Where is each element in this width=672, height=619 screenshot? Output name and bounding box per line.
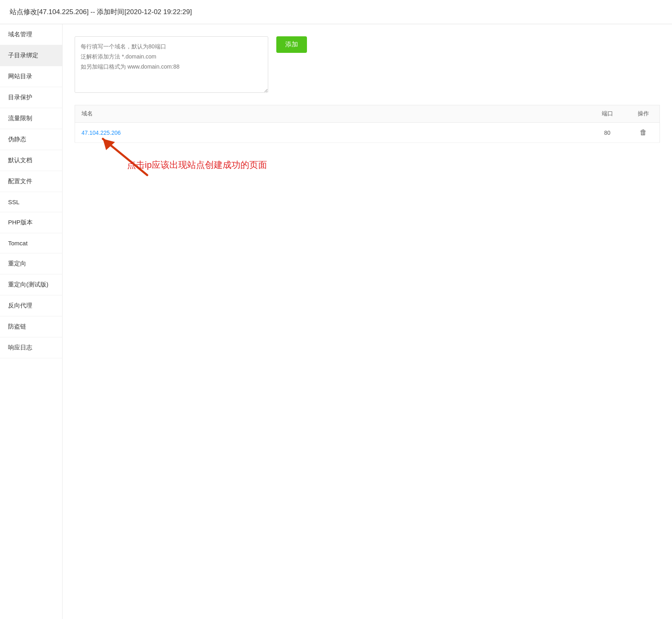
sidebar-item-hotlink-protection[interactable]: 防盗链	[0, 316, 62, 337]
domain-textarea[interactable]	[75, 36, 268, 93]
sidebar: 域名管理 子目录绑定 网站目录 目录保护 流量限制 伪静态 默认文档 配置文件 …	[0, 24, 63, 619]
sidebar-item-ssl[interactable]: SSL	[0, 192, 62, 212]
sidebar-item-reverse-proxy[interactable]: 反向代理	[0, 295, 62, 316]
delete-icon[interactable]: 🗑	[640, 128, 647, 136]
page-title: 站点修改[47.104.225.206] -- 添加时间[2020-12-02 …	[0, 0, 672, 24]
annotation-area: 点击ip应该出现站点创建成功的页面	[75, 147, 660, 195]
sidebar-item-pseudo-static[interactable]: 伪静态	[0, 129, 62, 150]
table-header-row: 域名 端口 操作	[75, 105, 660, 123]
sidebar-item-response-log[interactable]: 响应日志	[0, 337, 62, 358]
sidebar-item-traffic-limit[interactable]: 流量限制	[0, 108, 62, 129]
sidebar-item-config-file[interactable]: 配置文件	[0, 171, 62, 192]
sidebar-item-domain-management[interactable]: 域名管理	[0, 24, 62, 45]
action-cell: 🗑	[628, 123, 660, 143]
annotation-text: 点击ip应该出现站点创建成功的页面	[127, 159, 267, 171]
sidebar-item-website-dir[interactable]: 网站目录	[0, 66, 62, 87]
port-cell: 80	[587, 123, 628, 143]
sidebar-item-subdir-binding[interactable]: 子目录绑定	[0, 45, 62, 66]
sidebar-item-dir-protection[interactable]: 目录保护	[0, 87, 62, 108]
sidebar-item-redirect-beta[interactable]: 重定向(测试版)	[0, 274, 62, 295]
domain-input-row: 添加	[75, 36, 660, 93]
sidebar-item-php-version[interactable]: PHP版本	[0, 212, 62, 233]
sidebar-item-tomcat[interactable]: Tomcat	[0, 233, 62, 253]
sidebar-item-redirect[interactable]: 重定向	[0, 253, 62, 274]
col-domain-header: 域名	[75, 105, 587, 123]
layout: 域名管理 子目录绑定 网站目录 目录保护 流量限制 伪静态 默认文档 配置文件 …	[0, 24, 672, 619]
col-port-header: 端口	[587, 105, 628, 123]
col-action-header: 操作	[628, 105, 660, 123]
main-content: 添加 域名 端口 操作 47.104.225.20680🗑 点击ip应该出现站	[63, 24, 672, 619]
header-title: 站点修改[47.104.225.206] -- 添加时间[2020-12-02 …	[10, 8, 192, 16]
sidebar-item-default-doc[interactable]: 默认文档	[0, 150, 62, 171]
add-domain-button[interactable]: 添加	[276, 36, 307, 53]
